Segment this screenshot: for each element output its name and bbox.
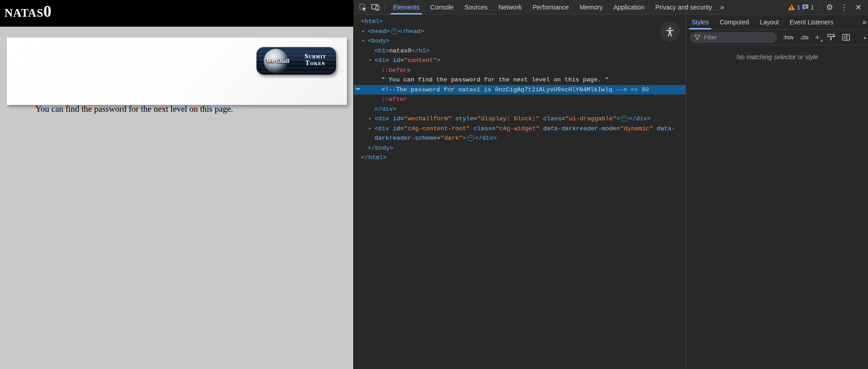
node-body-close[interactable]: </body> [354, 143, 686, 153]
node-html-open[interactable]: <html> [354, 17, 686, 27]
code-token-expand[interactable]: ⋯ [467, 135, 474, 141]
code-token-tag: > [617, 115, 620, 122]
styles-empty-message: No matching selector or style [686, 53, 868, 61]
tab-network[interactable]: Network [493, 0, 527, 14]
code-token-punct: = [437, 135, 441, 142]
tab-application[interactable]: Application [608, 0, 650, 14]
node-div-content-open[interactable]: ▾<div id="content"> [354, 56, 686, 66]
close-devtools-icon[interactable]: ✕ [853, 3, 864, 12]
devtools-toolbar-left [354, 1, 388, 13]
inspect-element-icon[interactable] [356, 1, 369, 13]
node-body-open[interactable]: ▾<body> [354, 36, 686, 46]
styles-tabs: StylesComputedLayoutEvent Listeners » [686, 15, 868, 30]
device-toolbar-icon[interactable] [369, 1, 382, 13]
code-token-tag: <head> [368, 28, 390, 35]
warning-badge[interactable]: 1 [788, 4, 800, 11]
rendering-emulation-icon[interactable] [827, 34, 835, 41]
code-token-expand[interactable]: ⋯ [621, 116, 628, 122]
row-more-actions-icon[interactable]: ⋯ [356, 85, 360, 95]
wechall-logo-text: We Chall [258, 57, 297, 65]
code-token-value: "c4g-content-root" [404, 125, 470, 132]
kebab-menu-icon[interactable]: ⋮ [838, 3, 851, 12]
code-token-attr: darkreader-scheme [375, 135, 437, 142]
code-token-comment: <!--The password for natas1 is 0nzCigAq7… [381, 86, 627, 93]
code-token-attr: data- [653, 125, 675, 132]
code-token-tag: </div> [375, 106, 397, 113]
code-token-tag: </html> [361, 154, 387, 161]
collapse-arrow-icon[interactable]: ▾ [369, 56, 371, 66]
elements-tree: <html>▸<head>⋯</head>▾<body><h1>natas0</… [354, 15, 686, 369]
code-token-attr: class [470, 125, 492, 132]
node-text[interactable]: " You can find the password for the next… [354, 75, 686, 85]
expand-arrow-icon[interactable]: ▸ [362, 27, 365, 37]
code-token-punct: = [400, 57, 404, 64]
page-title: natas0 [5, 3, 52, 21]
code-token-punct: = [474, 115, 477, 122]
code-token-tag: </h1> [411, 47, 430, 54]
node-div-c4g-wrap[interactable]: darkreader-scheme="dark">⋯</div> [354, 133, 686, 143]
node-pseudo-after[interactable]: ::after [354, 95, 686, 104]
class-toggle[interactable]: .cls [800, 34, 809, 41]
wechall-submit-token-button[interactable]: We Chall Submit Token [256, 47, 336, 75]
devtools-panel: ElementsConsoleSourcesNetworkPerformance… [353, 0, 868, 369]
styles-filter-input[interactable] [704, 34, 763, 41]
code-token-tag: > [437, 57, 441, 64]
devtools-toolbar: ElementsConsoleSourcesNetworkPerformance… [354, 0, 868, 15]
tab-console[interactable]: Console [425, 0, 459, 14]
tab-styles[interactable]: Styles [686, 15, 714, 29]
warning-icon [788, 4, 795, 10]
node-div-content-close[interactable]: </div> [354, 104, 686, 114]
code-token-tag: <div [375, 125, 389, 132]
toolbar-divider [384, 4, 385, 11]
code-token-attr: id [389, 57, 400, 64]
new-style-rule-button[interactable]: + [815, 34, 820, 41]
tab-performance[interactable]: Performance [527, 0, 574, 14]
accessibility-person-icon [664, 26, 675, 37]
content-text: You can find the password for the next l… [35, 104, 233, 114]
expand-arrow-icon[interactable]: ▸ [369, 124, 371, 134]
code-token-value: "ui-draggable" [565, 115, 616, 122]
accessibility-widget-button[interactable] [660, 22, 680, 42]
tab-privacy-and-security[interactable]: Privacy and security [650, 0, 717, 14]
code-token-value: "display: block;" [477, 115, 540, 122]
screen: natas0 You can find the password for the… [0, 0, 868, 369]
code-token-expand[interactable]: ⋯ [391, 28, 398, 34]
toggle-sidebar-icon[interactable] [842, 34, 850, 41]
tab-event-listeners[interactable]: Event Listeners [784, 15, 839, 29]
tab-layout[interactable]: Layout [754, 15, 784, 29]
styles-filter-pill[interactable] [690, 32, 777, 43]
tab-sources[interactable]: Sources [459, 0, 493, 14]
filter-funnel-icon [694, 35, 700, 40]
node-html-close[interactable]: </html> [354, 153, 686, 163]
node-head[interactable]: ▸<head>⋯</head> [354, 27, 686, 37]
submit-token-line2: Token [298, 60, 332, 66]
node-div-wechallform[interactable]: ▸<div id="wechallform" style="display: b… [354, 114, 686, 124]
tab-computed[interactable]: Computed [714, 15, 754, 29]
node-pseudo-before[interactable]: ::before [354, 66, 686, 76]
code-token-tag: <html> [361, 18, 383, 25]
styles-more-tabs-icon[interactable]: » [860, 18, 868, 27]
browser-page-pane: natas0 You can find the password for the… [0, 0, 353, 369]
message-badge[interactable]: 1 [802, 4, 814, 11]
more-tabs-icon[interactable]: » [717, 3, 726, 12]
page-header: natas0 [0, 0, 353, 27]
code-token-tag: <h1> [375, 47, 389, 54]
tab-memory[interactable]: Memory [574, 0, 608, 14]
scroll-up-icon[interactable]: ▲ [863, 35, 867, 40]
settings-gear-icon[interactable]: ⚙ [824, 3, 836, 12]
hover-state-toggle[interactable]: :hov [783, 34, 794, 41]
styles-sidebar: StylesComputedLayoutEvent Listeners » :h… [686, 15, 868, 369]
code-token-text: " You can find the password for the next… [381, 76, 608, 83]
code-token-punct: = [617, 125, 620, 132]
submit-token-line1: Submit [298, 53, 332, 60]
tab-elements[interactable]: Elements [388, 0, 425, 14]
node-password-comment[interactable]: ⋯<!--The password for natas1 is 0nzCigAq… [354, 85, 686, 95]
node-div-c4g[interactable]: ▸<div id="c4g-content-root" class="c4g-w… [354, 124, 686, 134]
collapse-arrow-icon[interactable]: ▾ [362, 36, 365, 46]
code-token-value: "dynamic" [620, 125, 653, 132]
code-token-tag: </body> [368, 145, 394, 151]
warning-count: 1 [797, 4, 800, 11]
node-h1[interactable]: <h1>natas0</h1> [354, 46, 686, 56]
expand-arrow-icon[interactable]: ▸ [369, 114, 371, 124]
styles-filter-row: :hov .cls + [686, 30, 868, 45]
